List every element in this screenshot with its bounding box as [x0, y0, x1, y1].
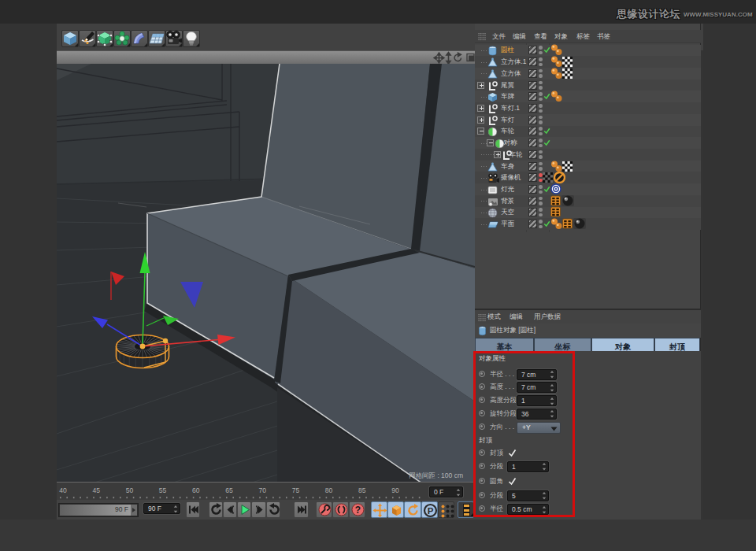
svg-text:40: 40 [59, 486, 67, 494]
svg-text:60: 60 [192, 486, 200, 494]
svg-text:90: 90 [391, 486, 399, 494]
svg-text:65: 65 [225, 486, 233, 494]
svg-text:45: 45 [92, 486, 100, 494]
svg-text:?: ? [355, 505, 361, 516]
svg-text:50: 50 [126, 486, 134, 494]
svg-text:P: P [427, 506, 433, 516]
svg-text:网格间距 : 100 cm: 网格间距 : 100 cm [409, 471, 463, 479]
svg-text:80: 80 [325, 486, 333, 494]
svg-text:55: 55 [159, 486, 167, 494]
svg-text:85: 85 [358, 486, 366, 494]
svg-text:70: 70 [258, 486, 266, 494]
svg-text:75: 75 [292, 486, 300, 494]
